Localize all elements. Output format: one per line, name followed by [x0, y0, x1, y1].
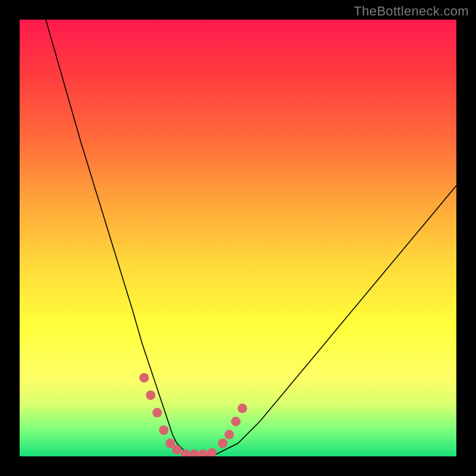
highlight-dot: [139, 373, 149, 383]
curve-layer: [20, 20, 456, 456]
highlight-dot: [198, 449, 208, 456]
highlight-dot: [218, 439, 227, 448]
highlight-dot: [207, 448, 217, 456]
watermark-text: TheBottleneck.com: [354, 4, 469, 19]
highlight-dot: [159, 425, 168, 435]
highlight-dot: [146, 390, 155, 400]
highlight-dots: [139, 373, 247, 456]
highlight-dot: [224, 430, 234, 439]
bottleneck-curve: [46, 20, 456, 456]
highlight-dot: [152, 408, 162, 418]
highlight-dot: [190, 449, 199, 456]
chart-stage: TheBottleneck.com: [0, 0, 476, 476]
highlight-dot: [237, 403, 247, 413]
highlight-dot: [231, 416, 240, 426]
plot-area: [20, 20, 456, 456]
highlight-dot: [172, 445, 181, 455]
highlight-dot: [181, 449, 190, 456]
